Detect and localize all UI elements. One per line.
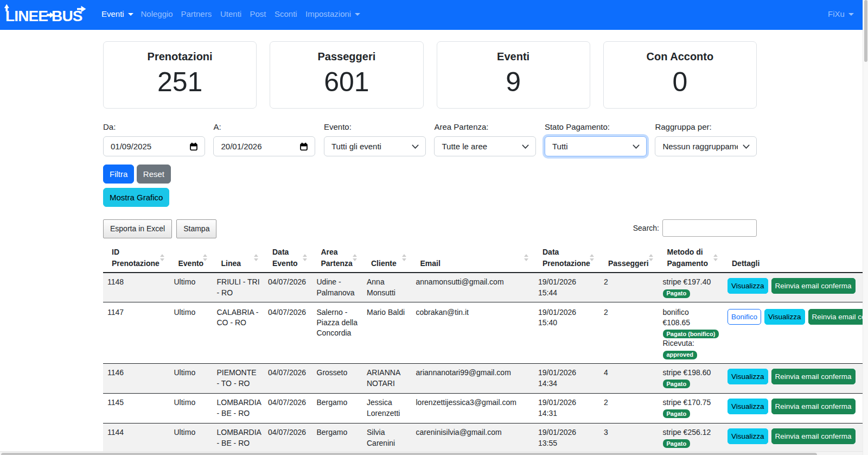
svg-text:LINEE BUS: LINEE BUS: [5, 8, 82, 24]
